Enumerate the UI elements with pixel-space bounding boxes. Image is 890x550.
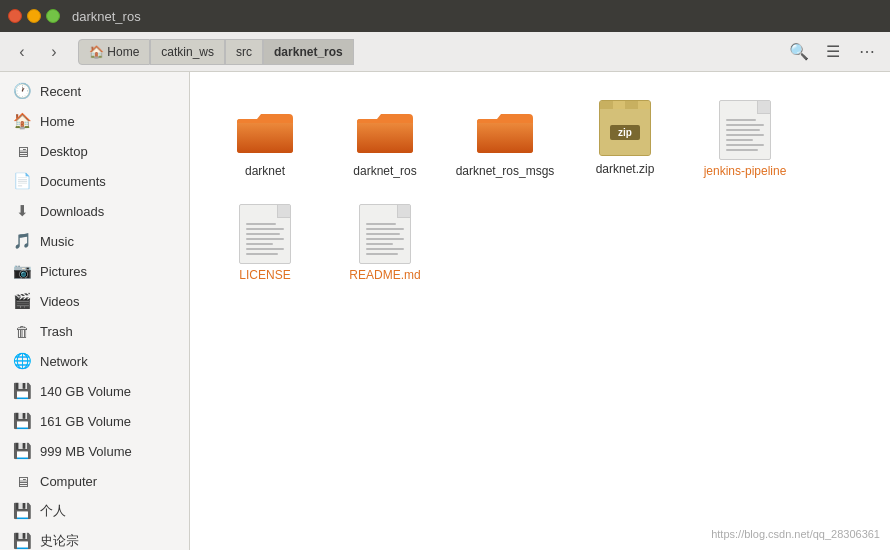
folder-icon-darknet: [235, 100, 295, 160]
doc-icon-license: [239, 204, 291, 264]
sidebar-label-personal: 个人: [40, 502, 66, 520]
sidebar-item-downloads[interactable]: ⬇ Downloads: [0, 196, 189, 226]
folder-icon-darknet-ros: [355, 100, 415, 160]
main-area: 🕐 Recent 🏠 Home 🖥 Desktop 📄 Documents ⬇ …: [0, 72, 890, 550]
sidebar-label-recent: Recent: [40, 84, 81, 99]
sidebar-label-pictures: Pictures: [40, 264, 87, 279]
sidebar-item-network[interactable]: 🌐 Network: [0, 346, 189, 376]
pictures-icon: 📷: [12, 262, 32, 280]
grid-view-button[interactable]: ⋯: [852, 38, 882, 66]
file-jenkins[interactable]: jenkins-pipeline: [690, 92, 800, 186]
file-readme[interactable]: README.md: [330, 196, 440, 290]
sidebar-label-documents: Documents: [40, 174, 106, 189]
sidebar-label-computer: Computer: [40, 474, 97, 489]
sidebar-item-desktop[interactable]: 🖥 Desktop: [0, 136, 189, 166]
trash-icon: 🗑: [12, 323, 32, 340]
sidebar-label-videos: Videos: [40, 294, 80, 309]
sidebar-label-music: Music: [40, 234, 74, 249]
titlebar: darknet_ros: [0, 0, 890, 32]
vol3-icon: 💾: [12, 442, 32, 460]
desktop-icon: 🖥: [12, 143, 32, 160]
sidebar-label-vol3: 999 MB Volume: [40, 444, 132, 459]
file-label-darknet-ros-msgs: darknet_ros_msgs: [456, 164, 555, 178]
sidebar-label-vol2: 161 GB Volume: [40, 414, 131, 429]
file-label-license: LICENSE: [239, 268, 290, 282]
sidebar-item-home[interactable]: 🏠 Home: [0, 106, 189, 136]
sidebar-item-music[interactable]: 🎵 Music: [0, 226, 189, 256]
file-area: darknet darknet_ros: [190, 72, 890, 550]
window-controls: [8, 9, 60, 23]
vol2-icon: 💾: [12, 412, 32, 430]
search-button[interactable]: 🔍: [784, 38, 814, 66]
zip-icon-darknet: zip: [599, 100, 651, 158]
home-icon: 🏠: [12, 112, 32, 130]
toolbar: ‹ › 🏠 Home catkin_ws src darknet_ros 🔍 ☰…: [0, 32, 890, 72]
sidebar-item-computer[interactable]: 🖥 Computer: [0, 466, 189, 496]
file-label-darknet-ros: darknet_ros: [353, 164, 416, 178]
toolbar-right: 🔍 ☰ ⋯: [784, 38, 882, 66]
file-label-darknet: darknet: [245, 164, 285, 178]
sidebar-item-vol3[interactable]: 💾 999 MB Volume: [0, 436, 189, 466]
file-label-readme: README.md: [349, 268, 420, 282]
sidebar-item-pictures[interactable]: 📷 Pictures: [0, 256, 189, 286]
close-button[interactable]: [8, 9, 22, 23]
minimize-button[interactable]: [27, 9, 41, 23]
window-title: darknet_ros: [72, 9, 141, 24]
sidebar: 🕐 Recent 🏠 Home 🖥 Desktop 📄 Documents ⬇ …: [0, 72, 190, 550]
folder-icon-darknet-ros-msgs: [475, 100, 535, 160]
breadcrumb-darknet_ros[interactable]: darknet_ros: [263, 39, 354, 65]
sidebar-label-trash: Trash: [40, 324, 73, 339]
videos-icon: 🎬: [12, 292, 32, 310]
file-label-darknet-zip: darknet.zip: [596, 162, 655, 176]
maximize-button[interactable]: [46, 9, 60, 23]
sidebar-item-personal[interactable]: 💾 个人: [0, 496, 189, 526]
svg-rect-3: [357, 119, 413, 153]
vol1-icon: 💾: [12, 382, 32, 400]
personal-icon: 💾: [12, 502, 32, 520]
sidebar-item-documents[interactable]: 📄 Documents: [0, 166, 189, 196]
list-view-button[interactable]: ☰: [818, 38, 848, 66]
file-darknet-ros-msgs[interactable]: darknet_ros_msgs: [450, 92, 560, 186]
sidebar-item-videos[interactable]: 🎬 Videos: [0, 286, 189, 316]
file-darknet[interactable]: darknet: [210, 92, 320, 186]
doc-icon-jenkins: [719, 100, 771, 160]
breadcrumb-catkin_ws[interactable]: catkin_ws: [150, 39, 225, 65]
breadcrumb-home[interactable]: 🏠 Home: [78, 39, 150, 65]
sidebar-item-more[interactable]: 💾 史论宗: [0, 526, 189, 550]
sidebar-label-downloads: Downloads: [40, 204, 104, 219]
sidebar-label-vol1: 140 GB Volume: [40, 384, 131, 399]
forward-button[interactable]: ›: [40, 38, 68, 66]
sidebar-label-more: 史论宗: [40, 532, 79, 550]
svg-rect-1: [237, 119, 293, 153]
doc-icon-readme: [359, 204, 411, 264]
file-darknet-ros[interactable]: darknet_ros: [330, 92, 440, 186]
sidebar-item-vol2[interactable]: 💾 161 GB Volume: [0, 406, 189, 436]
music-icon: 🎵: [12, 232, 32, 250]
back-button[interactable]: ‹: [8, 38, 36, 66]
more-icon: 💾: [12, 532, 32, 550]
recent-icon: 🕐: [12, 82, 32, 100]
network-icon: 🌐: [12, 352, 32, 370]
downloads-icon: ⬇: [12, 202, 32, 220]
file-label-jenkins: jenkins-pipeline: [704, 164, 787, 178]
sidebar-label-home: Home: [40, 114, 75, 129]
breadcrumb-src[interactable]: src: [225, 39, 263, 65]
svg-rect-5: [477, 119, 533, 153]
sidebar-item-trash[interactable]: 🗑 Trash: [0, 316, 189, 346]
documents-icon: 📄: [12, 172, 32, 190]
sidebar-item-recent[interactable]: 🕐 Recent: [0, 76, 189, 106]
sidebar-label-network: Network: [40, 354, 88, 369]
breadcrumb: 🏠 Home catkin_ws src darknet_ros: [78, 39, 774, 65]
sidebar-label-desktop: Desktop: [40, 144, 88, 159]
sidebar-item-vol1[interactable]: 💾 140 GB Volume: [0, 376, 189, 406]
file-license[interactable]: LICENSE: [210, 196, 320, 290]
computer-icon: 🖥: [12, 473, 32, 490]
watermark: https://blog.csdn.net/qq_28306361: [711, 528, 880, 540]
file-darknet-zip[interactable]: zip darknet.zip: [570, 92, 680, 186]
